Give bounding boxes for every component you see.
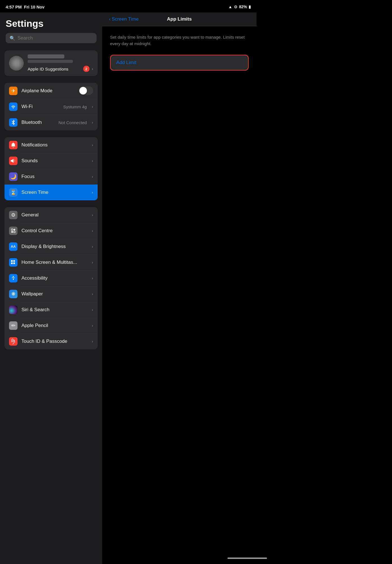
- description-text: Set daily time limits for app categories…: [110, 34, 246, 47]
- svg-rect-5: [13, 260, 15, 262]
- badge-wrap: 2 ›: [83, 66, 93, 72]
- airplane-icon: ✈: [9, 87, 17, 95]
- apple-id-name-blur: [28, 54, 64, 58]
- add-limit-button[interactable]: Add Limit: [110, 55, 249, 71]
- wifi-label: Wi-Fi: [21, 104, 59, 109]
- svg-point-8: [13, 276, 14, 277]
- sidebar-item-touchid[interactable]: Touch ID & Passcode ›: [5, 333, 98, 349]
- sidebar-item-controlcentre[interactable]: Control Centre ›: [5, 223, 98, 239]
- bluetooth-chevron-icon: ›: [92, 120, 93, 125]
- svg-point-1: [14, 229, 15, 231]
- content-area: Set daily time limits for app categories…: [102, 26, 257, 564]
- applepencil-label: Apple Pencil: [21, 323, 88, 328]
- avatar: [9, 56, 24, 71]
- focus-chevron-icon: ›: [92, 174, 93, 179]
- notifications-label: Notifications: [21, 142, 88, 148]
- touchid-chevron-icon: ›: [92, 339, 93, 344]
- notifications-chevron-icon: ›: [92, 143, 93, 147]
- nav-bar: ‹ Screen Time App Limits: [102, 12, 257, 26]
- bluetooth-label: Bluetooth: [21, 120, 54, 125]
- apple-id-info: Apple ID Suggestions 2 ›: [28, 54, 93, 72]
- home-indicator: [102, 555, 257, 561]
- sidebar-item-notifications[interactable]: Notifications ›: [5, 137, 98, 153]
- sidebar-item-wifi[interactable]: Wi-Fi Systumm 4g ›: [5, 99, 98, 115]
- status-time: 4:57 PM Fri 10 Nov: [6, 5, 45, 9]
- controlcentre-icon: [9, 227, 17, 235]
- accessibility-icon: [9, 274, 17, 282]
- svg-rect-4: [11, 260, 13, 262]
- homescreen-icon: [9, 258, 17, 267]
- wallpaper-label: Wallpaper: [21, 291, 88, 297]
- sidebar-header: Settings 🔍: [0, 12, 102, 47]
- nav-back-label: Screen Time: [112, 16, 139, 22]
- sidebar-item-screentime[interactable]: ⌛ Screen Time ›: [5, 185, 98, 200]
- applepencil-chevron-icon: ›: [92, 323, 93, 328]
- bluetooth-icon: [9, 118, 17, 127]
- siri-icon: [9, 306, 17, 314]
- apple-id-email-blur: [28, 60, 73, 63]
- notification-group: Notifications › Sounds › 🌙 Focus ›: [5, 137, 98, 200]
- homescreen-chevron-icon: ›: [92, 260, 93, 265]
- airplane-label: Airplane Mode: [21, 88, 75, 94]
- svg-point-2: [11, 231, 13, 233]
- screentime-icon: ⌛: [9, 188, 17, 197]
- wifi-value: Systumm 4g: [63, 104, 87, 109]
- display-label: Display & Brightness: [21, 244, 88, 249]
- connectivity-group: ✈ Airplane Mode Wi-Fi Systumm 4g ›: [5, 83, 98, 130]
- battery-percent: 82%: [239, 5, 247, 9]
- back-chevron-icon: ‹: [109, 16, 111, 22]
- right-panel: ‹ Screen Time App Limits Set daily time …: [102, 12, 257, 564]
- status-icons: ▲ ⊙ 82% ▮: [228, 5, 251, 9]
- homescreen-label: Home Screen & Multitas...: [21, 260, 88, 265]
- focus-icon: 🌙: [9, 172, 17, 181]
- touchid-icon: [9, 337, 17, 346]
- wifi-chevron-icon: ›: [92, 104, 93, 109]
- svg-rect-6: [11, 262, 13, 264]
- notifications-icon: [9, 141, 17, 149]
- sidebar: Settings 🔍 Apple ID Suggestions 2 ›: [0, 12, 102, 564]
- svg-rect-7: [13, 262, 15, 264]
- main-layout: Settings 🔍 Apple ID Suggestions 2 ›: [0, 12, 257, 564]
- sidebar-item-display[interactable]: AA Display & Brightness ›: [5, 239, 98, 254]
- display-chevron-icon: ›: [92, 244, 93, 249]
- screentime-chevron-icon: ›: [92, 190, 93, 195]
- controlcentre-label: Control Centre: [21, 228, 88, 234]
- siri-label: Siri & Search: [21, 307, 88, 313]
- sidebar-item-focus[interactable]: 🌙 Focus ›: [5, 169, 98, 185]
- touchid-label: Touch ID & Passcode: [21, 339, 88, 344]
- sidebar-item-bluetooth[interactable]: Bluetooth Not Connected ›: [5, 115, 98, 130]
- add-limit-label: Add Limit: [116, 60, 136, 65]
- apple-id-section[interactable]: Apple ID Suggestions 2 ›: [5, 51, 98, 76]
- sidebar-item-homescreen[interactable]: Home Screen & Multitas... ›: [5, 254, 98, 270]
- nav-back-button[interactable]: ‹ Screen Time: [109, 16, 139, 22]
- page-title: App Limits: [167, 16, 192, 22]
- screentime-label: Screen Time: [21, 190, 88, 195]
- accessibility-label: Accessibility: [21, 275, 88, 281]
- sidebar-item-wallpaper[interactable]: ❋ Wallpaper ›: [5, 286, 98, 302]
- location-icon: ⊙: [234, 5, 237, 9]
- controlcentre-chevron-icon: ›: [92, 229, 93, 233]
- sidebar-item-siri[interactable]: Siri & Search ›: [5, 302, 98, 318]
- general-icon: ⚙: [9, 211, 17, 219]
- sidebar-item-general[interactable]: ⚙ General ›: [5, 207, 98, 223]
- system-group: ⚙ General › Control Centre ›: [5, 207, 98, 349]
- search-input[interactable]: [17, 35, 93, 41]
- wallpaper-icon: ❋: [9, 290, 17, 298]
- general-label: General: [21, 212, 88, 218]
- airplane-toggle[interactable]: [79, 86, 93, 95]
- sidebar-item-applepencil[interactable]: ✏ Apple Pencil ›: [5, 318, 98, 333]
- sounds-icon: [9, 157, 17, 165]
- svg-point-3: [14, 231, 15, 233]
- sidebar-item-airplane[interactable]: ✈ Airplane Mode: [5, 83, 98, 99]
- sidebar-item-sounds[interactable]: Sounds ›: [5, 153, 98, 169]
- search-bar[interactable]: 🔍: [6, 33, 97, 43]
- apple-id-bottom: Apple ID Suggestions 2 ›: [28, 66, 93, 72]
- display-icon: AA: [9, 242, 17, 251]
- wallpaper-chevron-icon: ›: [92, 292, 93, 296]
- wifi-icon: ▲: [228, 5, 232, 9]
- search-icon: 🔍: [10, 36, 15, 41]
- focus-label: Focus: [21, 174, 88, 179]
- home-bar: [227, 558, 257, 559]
- sidebar-item-accessibility[interactable]: Accessibility ›: [5, 270, 98, 286]
- siri-chevron-icon: ›: [92, 308, 93, 312]
